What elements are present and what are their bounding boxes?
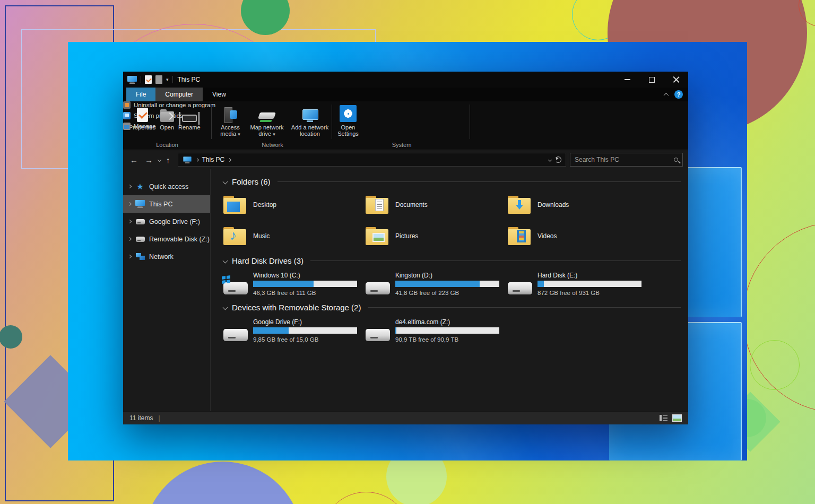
navigation-pane: ★ Quick access This PC Google Drive (F:)… [123,169,211,411]
capacity-bar [253,281,357,287]
map-network-drive-button[interactable]: Map network drive ▾ [247,105,287,138]
address-bar[interactable]: This PC [178,153,567,167]
qat-customize-chevron-icon[interactable]: ▾ [166,77,169,82]
settings-gear-icon [340,105,357,122]
location-group-label: Location [123,142,211,148]
search-box[interactable] [570,153,683,167]
back-button[interactable]: ← [128,155,140,164]
sidebar-item-network[interactable]: Network [123,248,210,265]
details-view-icon[interactable] [660,414,668,422]
system-properties-button[interactable]: System properties [123,112,688,119]
system-properties-icon [123,112,131,119]
help-icon[interactable]: ? [674,90,683,99]
decor-circle-teal [0,325,22,349]
add-network-location-icon [302,109,317,122]
filmstrip-badge-icon [517,230,526,242]
collapse-section-chevron-icon[interactable] [223,305,228,310]
expand-chevron-icon[interactable] [128,255,132,258]
folder-tile-desktop[interactable]: Desktop [223,193,366,217]
expand-chevron-icon[interactable] [128,237,132,241]
collapse-ribbon-icon[interactable] [664,92,669,98]
drive-tile-z[interactable]: de4.eltima.com (Z:) 90,9 TB free of 90,9… [366,318,508,343]
breadcrumb-this-pc[interactable]: This PC [202,156,225,163]
ribbon-tab-bar: File Computer View ? [123,88,688,101]
search-input[interactable] [575,156,674,163]
properties-icon [137,108,148,122]
removable-section-header[interactable]: Devices with Removable Storage (2) [223,300,688,314]
main-area: ★ Quick access This PC Google Drive (F:)… [123,169,688,411]
tab-file[interactable]: File [126,88,155,101]
properties-qat-icon[interactable] [145,75,152,84]
capacity-bar [253,327,357,334]
download-arrow-badge-icon [516,200,523,210]
folder-tile-downloads[interactable]: Downloads [508,193,650,217]
expand-chevron-icon[interactable] [128,220,132,223]
capacity-bar-fill [253,281,314,287]
folder-tile-music[interactable]: ♪ Music [223,224,366,248]
add-network-location-button[interactable]: Add a network location [288,105,332,138]
tab-computer[interactable]: Computer [155,88,203,101]
separator [141,76,141,83]
removable-drive-icon [223,327,248,341]
up-button[interactable]: ↑ [164,155,172,164]
folder-tile-documents[interactable]: Documents [366,193,508,217]
folder-tile-videos[interactable]: Videos [508,224,650,248]
hard-drives-section-header[interactable]: Hard Disk Drives (3) [223,254,688,267]
rename-icon [182,115,197,122]
navigation-toolbar: ← → ↑ This PC [123,150,688,169]
drive-tile-c[interactable]: Windows 10 (C:) 46,3 GB free of 111 GB [223,272,366,296]
open-button[interactable]: Open [158,105,176,132]
expand-chevron-icon[interactable] [128,202,132,206]
decor-circle-outline-green-right [750,340,800,390]
capacity-bar-fill [395,281,480,287]
drive-tile-d[interactable]: Kingston (D:) 41,8 GB free of 223 GB [366,272,508,296]
drive-tile-f[interactable]: Google Drive (F:) 9,85 GB free of 15,0 G… [223,318,366,343]
forward-button[interactable]: → [143,155,154,164]
folders-section-header[interactable]: Folders (6) [223,175,688,188]
breadcrumb-chevron-icon[interactable] [228,158,231,161]
refresh-icon[interactable] [555,157,561,163]
manage-icon [123,123,131,130]
screenshot-root: { "colors": { "accent_blue": "#2e93d8", … [0,0,815,504]
breadcrumb-chevron-icon[interactable] [195,158,198,161]
minimize-button[interactable] [615,72,639,88]
properties-button[interactable]: Properties [127,105,157,132]
maximize-button[interactable] [639,72,664,88]
large-icons-view-icon[interactable] [672,414,682,422]
sidebar-item-google-drive[interactable]: Google Drive (F:) [123,213,210,230]
new-folder-qat-icon[interactable] [155,75,162,84]
folder-icon [366,227,388,245]
close-button[interactable] [664,72,688,88]
folder-icon [223,196,246,214]
expand-chevron-icon[interactable] [128,185,132,188]
folder-tile-pictures[interactable]: Pictures [366,224,508,248]
access-media-button[interactable]: Access media ▾ [214,105,246,138]
uninstall-program-button[interactable]: Uninstall or change a program [123,101,688,109]
tab-view[interactable]: View [203,88,236,101]
sidebar-item-quick-access[interactable]: ★ Quick access [123,178,210,195]
windows-logo-badge-icon [222,275,230,284]
dropdown-chevron-icon: ▾ [273,132,275,137]
sidebar-item-removable-disk[interactable]: Removable Disk (Z:) [123,230,210,248]
access-media-icon [223,107,237,122]
collapse-section-chevron-icon[interactable] [223,258,228,263]
sidebar-item-this-pc[interactable]: This PC [123,195,210,213]
capacity-bar [395,281,499,287]
items-count: 11 items [129,414,153,422]
manage-button[interactable]: Manage [123,123,688,130]
address-dropdown-chevron-icon[interactable] [548,158,552,161]
this-pc-icon [135,200,145,208]
capacity-bar-fill [537,281,544,287]
section-rule [278,181,681,182]
collapse-section-chevron-icon[interactable] [223,179,228,184]
this-pc-icon [127,76,137,84]
section-rule [310,260,681,261]
capacity-bar [537,281,641,287]
recent-locations-chevron-icon[interactable] [158,158,161,161]
drive-tile-e[interactable]: Hard Disk (E:) 872 GB free of 931 GB [508,272,650,296]
rename-button[interactable]: Rename [177,105,202,132]
open-settings-button[interactable]: Open Settings [334,105,362,138]
document-badge-icon [375,199,384,211]
open-settings-wrap: Open Settings [334,105,362,138]
window-title: This PC [178,76,201,83]
